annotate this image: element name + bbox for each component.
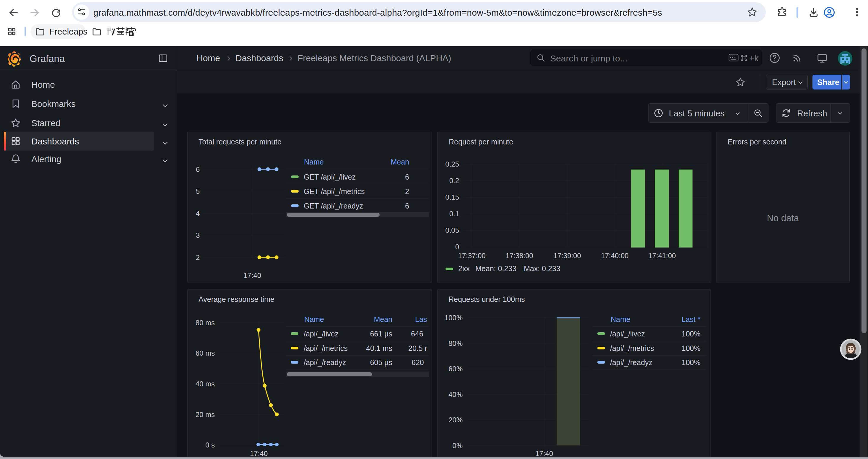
svg-text:/api/_/livez: /api/_/livez	[610, 330, 645, 338]
svg-text:17:40:00: 17:40:00	[601, 252, 628, 260]
svg-text:20%: 20%	[448, 416, 463, 424]
svg-text:Name: Name	[304, 315, 324, 323]
svg-text:661 µs: 661 µs	[370, 330, 392, 338]
svg-text:GET /api/_/metrics: GET /api/_/metrics	[304, 187, 365, 196]
svg-text:100%: 100%	[682, 358, 701, 366]
svg-text:17:40: 17:40	[243, 271, 261, 280]
svg-text:6: 6	[405, 202, 409, 210]
svg-text:100%: 100%	[682, 344, 701, 352]
svg-text:620: 620	[411, 358, 424, 366]
svg-text:6: 6	[196, 165, 200, 173]
svg-text:17:41:00: 17:41:00	[648, 252, 676, 260]
svg-text:17:40: 17:40	[250, 450, 268, 458]
svg-text:100%: 100%	[682, 330, 701, 338]
svg-text:6: 6	[405, 173, 409, 181]
svg-text:20.5 r: 20.5 r	[408, 344, 427, 352]
svg-text:5: 5	[196, 187, 200, 195]
svg-text:17:37:00: 17:37:00	[458, 252, 486, 260]
svg-text:/api/_/livez: /api/_/livez	[304, 330, 339, 338]
svg-text:0.2: 0.2	[450, 177, 459, 185]
svg-text:100%: 100%	[445, 314, 463, 322]
svg-text:0.25: 0.25	[445, 160, 459, 168]
svg-text:17:38:00: 17:38:00	[505, 252, 533, 260]
svg-text:605 µs: 605 µs	[370, 358, 392, 366]
svg-text:Mean: 0.233: Mean: 0.233	[475, 264, 517, 273]
svg-text:0.1: 0.1	[450, 210, 459, 218]
svg-text:2: 2	[405, 187, 409, 196]
svg-text:40 ms: 40 ms	[195, 380, 215, 388]
svg-text:20 ms: 20 ms	[195, 411, 215, 419]
svg-text:0: 0	[455, 243, 459, 251]
svg-text:17:40: 17:40	[535, 450, 553, 458]
svg-text:0%: 0%	[452, 441, 463, 450]
svg-text:40.1 ms: 40.1 ms	[366, 344, 392, 352]
svg-text:4: 4	[196, 209, 200, 218]
svg-text:2: 2	[196, 254, 200, 261]
svg-text:/api/_/metrics: /api/_/metrics	[610, 344, 654, 352]
svg-text:40%: 40%	[448, 391, 463, 398]
svg-text:80 ms: 80 ms	[195, 319, 215, 327]
svg-text:0.15: 0.15	[445, 193, 459, 201]
svg-text:0.05: 0.05	[445, 226, 459, 234]
svg-text:17:39:00: 17:39:00	[553, 252, 581, 260]
svg-text:Name: Name	[304, 158, 324, 166]
svg-text:/api/_/readyz: /api/_/readyz	[610, 358, 652, 366]
svg-text:Last *: Last *	[682, 315, 701, 323]
svg-text:GET /api/_/livez: GET /api/_/livez	[304, 173, 356, 181]
svg-text:60 ms: 60 ms	[195, 349, 215, 357]
svg-text:646: 646	[411, 330, 423, 338]
svg-text:GET /api/_/readyz: GET /api/_/readyz	[304, 202, 363, 210]
svg-text:2xx: 2xx	[458, 264, 470, 273]
svg-text:80%: 80%	[448, 339, 463, 347]
svg-text:60%: 60%	[448, 365, 463, 373]
svg-text:Max: 0.233: Max: 0.233	[524, 264, 560, 273]
svg-text:0 s: 0 s	[205, 441, 215, 449]
svg-text:Name: Name	[611, 315, 630, 323]
svg-text:Mean: Mean	[374, 315, 392, 323]
svg-text:Mean: Mean	[391, 158, 409, 166]
svg-text:3: 3	[196, 231, 200, 239]
svg-text:/api/_/readyz: /api/_/readyz	[304, 358, 346, 366]
svg-text:Las: Las	[415, 315, 427, 323]
svg-text:/api/_/metrics: /api/_/metrics	[304, 344, 348, 352]
